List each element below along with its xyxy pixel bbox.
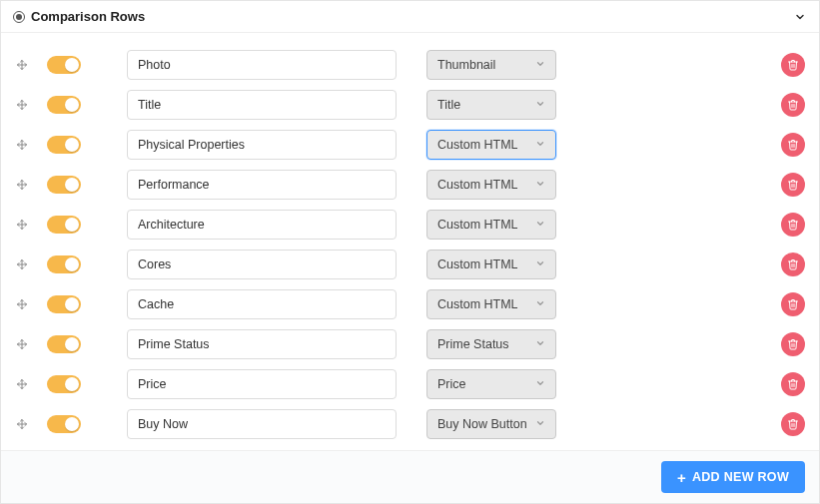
row-name-input[interactable] — [127, 369, 397, 399]
panel-header: Comparison Rows — [1, 1, 819, 33]
select-value: Buy Now Button — [437, 417, 527, 431]
drag-handle-icon[interactable] — [15, 218, 29, 232]
select-value: Custom HTML — [437, 138, 518, 152]
row-type-select[interactable]: Buy Now Button — [426, 409, 556, 439]
delete-row-button[interactable] — [781, 412, 805, 436]
drag-handle-icon[interactable] — [15, 58, 29, 72]
drag-handle-icon[interactable] — [15, 257, 29, 271]
delete-row-button[interactable] — [781, 292, 805, 316]
chevron-down-icon — [535, 59, 545, 71]
comparison-row: Buy Now Button — [1, 404, 819, 444]
enable-toggle[interactable] — [47, 136, 81, 154]
drag-handle-icon[interactable] — [15, 377, 29, 391]
delete-row-button[interactable] — [781, 372, 805, 396]
chevron-down-icon — [535, 338, 545, 350]
chevron-down-icon — [535, 139, 545, 151]
delete-row-button[interactable] — [781, 173, 805, 197]
chevron-down-icon — [535, 99, 545, 111]
select-value: Thumbnail — [437, 58, 495, 72]
row-type-select[interactable]: Prime Status — [426, 329, 556, 359]
chevron-down-icon — [535, 258, 545, 270]
row-name-input[interactable] — [127, 250, 397, 279]
select-value: Title — [437, 98, 460, 112]
comparison-row: Custom HTML — [1, 284, 819, 324]
comparison-row: Title — [1, 85, 819, 125]
comparison-row: Custom HTML — [1, 245, 819, 284]
select-value: Custom HTML — [437, 257, 518, 271]
row-name-input[interactable] — [127, 409, 397, 439]
row-name-input[interactable] — [127, 50, 397, 80]
chevron-down-icon — [535, 298, 545, 310]
enable-toggle[interactable] — [47, 415, 81, 433]
select-value: Prime Status — [437, 337, 509, 351]
plus-icon: + — [677, 470, 686, 485]
comparison-row: Prime Status — [1, 324, 819, 364]
enable-toggle[interactable] — [47, 176, 81, 194]
row-type-select[interactable]: Custom HTML — [426, 289, 556, 319]
target-icon — [13, 11, 25, 23]
comparison-row: Custom HTML — [1, 205, 819, 245]
row-type-select[interactable]: Title — [426, 90, 556, 120]
delete-row-button[interactable] — [781, 93, 805, 117]
drag-handle-icon[interactable] — [15, 138, 29, 152]
drag-handle-icon[interactable] — [15, 417, 29, 431]
comparison-row: Thumbnail — [1, 45, 819, 85]
select-value: Custom HTML — [437, 218, 518, 232]
delete-row-button[interactable] — [781, 332, 805, 356]
enable-toggle[interactable] — [47, 56, 81, 74]
add-button-label: ADD NEW ROW — [692, 470, 789, 484]
row-name-input[interactable] — [127, 90, 397, 120]
drag-handle-icon[interactable] — [15, 297, 29, 311]
row-type-select[interactable]: Custom HTML — [426, 170, 556, 200]
delete-row-button[interactable] — [781, 133, 805, 157]
comparison-rows-panel: Comparison Rows ThumbnailTitleCustom HTM… — [0, 0, 820, 504]
enable-toggle[interactable] — [47, 335, 81, 353]
row-name-input[interactable] — [127, 329, 397, 359]
enable-toggle[interactable] — [47, 255, 81, 273]
chevron-down-icon — [535, 378, 545, 390]
enable-toggle[interactable] — [47, 295, 81, 313]
rows-list: ThumbnailTitleCustom HTMLCustom HTMLCust… — [1, 33, 819, 450]
drag-handle-icon[interactable] — [15, 98, 29, 112]
add-new-row-button[interactable]: + ADD NEW ROW — [661, 461, 805, 493]
select-value: Price — [437, 377, 465, 391]
row-type-select[interactable]: Custom HTML — [426, 210, 556, 240]
enable-toggle[interactable] — [47, 375, 81, 393]
panel-header-left: Comparison Rows — [13, 9, 145, 24]
row-name-input[interactable] — [127, 289, 397, 319]
row-name-input[interactable] — [127, 170, 397, 200]
select-value: Custom HTML — [437, 178, 518, 192]
delete-row-button[interactable] — [781, 252, 805, 276]
row-type-select[interactable]: Price — [426, 369, 556, 399]
chevron-down-icon — [535, 179, 545, 191]
row-name-input[interactable] — [127, 130, 397, 160]
drag-handle-icon[interactable] — [15, 178, 29, 192]
row-type-select[interactable]: Thumbnail — [426, 50, 556, 80]
row-type-select[interactable]: Custom HTML — [426, 250, 556, 279]
panel-footer: + ADD NEW ROW — [1, 450, 819, 503]
chevron-down-icon — [535, 219, 545, 231]
panel-title: Comparison Rows — [31, 9, 145, 24]
delete-row-button[interactable] — [781, 213, 805, 237]
comparison-row: Custom HTML — [1, 125, 819, 165]
drag-handle-icon[interactable] — [15, 337, 29, 351]
comparison-row: Custom HTML — [1, 165, 819, 205]
chevron-down-icon — [535, 418, 545, 430]
collapse-toggle[interactable] — [793, 10, 807, 24]
select-value: Custom HTML — [437, 297, 518, 311]
row-name-input[interactable] — [127, 210, 397, 240]
delete-row-button[interactable] — [781, 53, 805, 77]
enable-toggle[interactable] — [47, 96, 81, 114]
row-type-select[interactable]: Custom HTML — [426, 130, 556, 160]
enable-toggle[interactable] — [47, 216, 81, 234]
comparison-row: Price — [1, 364, 819, 404]
